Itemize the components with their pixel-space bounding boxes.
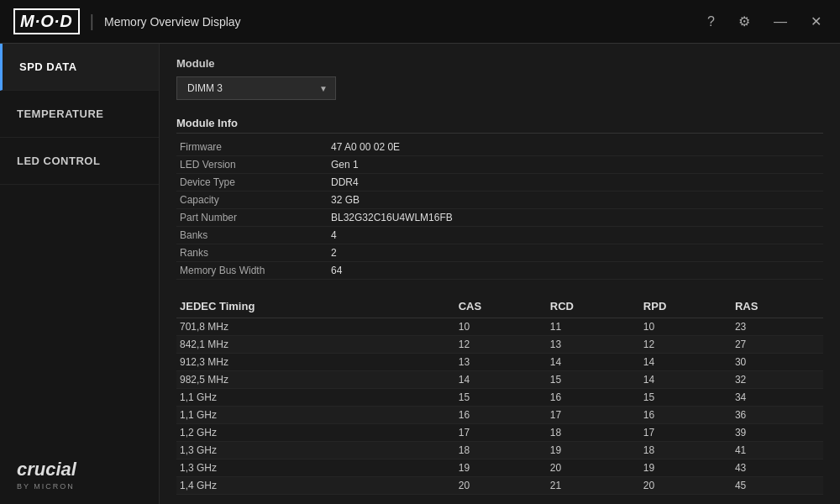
- info-label: Ranks: [176, 244, 328, 262]
- jedec-cell: 15: [640, 389, 732, 407]
- jedec-cell: 10: [640, 318, 732, 336]
- jedec-cell: 41: [732, 442, 823, 459]
- jedec-cell: 13: [455, 354, 547, 371]
- jedec-col-header: RPD: [640, 297, 732, 318]
- jedec-cell: 15: [547, 371, 640, 389]
- brand-logo: crucial by Micron: [0, 445, 159, 504]
- jedec-cell: 16: [547, 389, 640, 407]
- main-layout: SPD DATA TEMPERATURE LED CONTROL crucial…: [0, 44, 840, 504]
- jedec-col-header: CAS: [455, 297, 547, 318]
- sidebar: SPD DATA TEMPERATURE LED CONTROL crucial…: [0, 44, 160, 504]
- info-label: LED Version: [176, 156, 328, 174]
- jedec-cell: 12: [640, 336, 732, 354]
- titlebar: M·O·D | Memory Overview Display ? ⚙ — ✕: [0, 0, 840, 44]
- jedec-cell: 19: [640, 459, 732, 477]
- jedec-cell: 13: [547, 336, 640, 354]
- module-info-row: Capacity32 GB: [176, 192, 823, 209]
- jedec-col-header: RAS: [732, 297, 823, 318]
- jedec-cell: 18: [547, 424, 640, 442]
- module-info-row: LED VersionGen 1: [176, 156, 823, 174]
- jedec-cell: 45: [732, 477, 823, 495]
- jedec-cell: 16: [640, 407, 732, 424]
- module-info-table: Firmware47 A0 00 02 0ELED VersionGen 1De…: [176, 139, 823, 280]
- minimize-button[interactable]: —: [769, 12, 792, 32]
- jedec-cell: 14: [547, 354, 640, 371]
- jedec-cell: 1,1 GHz: [176, 407, 455, 424]
- info-label: Capacity: [176, 192, 328, 209]
- jedec-cell: 18: [640, 442, 732, 459]
- info-value: Gen 1: [328, 156, 823, 174]
- jedec-col-header: RCD: [547, 297, 640, 318]
- jedec-timing-row: 1,3 GHz18191841: [176, 442, 823, 459]
- module-dropdown[interactable]: DIMM 1 DIMM 2 DIMM 3 DIMM 4: [176, 76, 336, 100]
- jedec-timing-row: 842,1 MHz12131227: [176, 336, 823, 354]
- jedec-cell: 1,4 GHz: [176, 477, 455, 495]
- jedec-cell: 30: [732, 354, 823, 371]
- jedec-cell: 23: [732, 318, 823, 336]
- info-value: 32 GB: [328, 192, 823, 209]
- brand-name: crucial: [17, 459, 142, 480]
- content-area: Module DIMM 1 DIMM 2 DIMM 3 DIMM 4 ▼ Mod…: [160, 44, 840, 504]
- jedec-cell: 27: [732, 336, 823, 354]
- module-info-row: Banks4: [176, 227, 823, 244]
- jedec-cell: 34: [732, 389, 823, 407]
- jedec-cell: 32: [732, 371, 823, 389]
- app-logo: M·O·D: [13, 8, 80, 34]
- info-label: Device Type: [176, 174, 328, 192]
- module-info-row: Device TypeDDR4: [176, 174, 823, 192]
- jedec-cell: 20: [640, 477, 732, 495]
- help-button[interactable]: ?: [702, 12, 720, 32]
- settings-button[interactable]: ⚙: [733, 12, 755, 32]
- jedec-cell: 10: [455, 318, 547, 336]
- app-title: Memory Overview Display: [104, 15, 702, 29]
- titlebar-controls: ? ⚙ — ✕: [702, 12, 827, 32]
- brand-sub: by Micron: [17, 482, 142, 491]
- close-button[interactable]: ✕: [806, 12, 827, 32]
- sidebar-nav: SPD DATA TEMPERATURE LED CONTROL: [0, 44, 159, 185]
- jedec-timing-section: JEDEC TimingCASRCDRPDRAS 701,8 MHz101110…: [176, 297, 823, 495]
- sidebar-item-temperature[interactable]: TEMPERATURE: [0, 91, 159, 138]
- info-label: Memory Bus Width: [176, 262, 328, 280]
- sidebar-item-spd-data[interactable]: SPD DATA: [0, 44, 159, 91]
- jedec-cell: 11: [547, 318, 640, 336]
- jedec-timing-row: 982,5 MHz14151432: [176, 371, 823, 389]
- info-value: 47 A0 00 02 0E: [328, 139, 823, 156]
- jedec-cell: 982,5 MHz: [176, 371, 455, 389]
- jedec-cell: 19: [547, 442, 640, 459]
- jedec-cell: 39: [732, 424, 823, 442]
- jedec-timing-row: 1,3 GHz19201943: [176, 459, 823, 477]
- jedec-cell: 842,1 MHz: [176, 336, 455, 354]
- jedec-cell: 1,3 GHz: [176, 459, 455, 477]
- jedec-cell: 17: [455, 424, 547, 442]
- jedec-timing-table: JEDEC TimingCASRCDRPDRAS 701,8 MHz101110…: [176, 297, 823, 495]
- module-info-row: Memory Bus Width64: [176, 262, 823, 280]
- jedec-timing-row: 701,8 MHz10111023: [176, 318, 823, 336]
- sidebar-item-led-control[interactable]: LED CONTROL: [0, 138, 159, 185]
- jedec-cell: 20: [547, 459, 640, 477]
- info-value: 4: [328, 227, 823, 244]
- module-section-label: Module: [176, 57, 823, 70]
- jedec-cell: 14: [640, 371, 732, 389]
- jedec-cell: 12: [455, 336, 547, 354]
- info-value: 64: [328, 262, 823, 280]
- jedec-cell: 15: [455, 389, 547, 407]
- jedec-cell: 1,1 GHz: [176, 389, 455, 407]
- jedec-cell: 14: [455, 371, 547, 389]
- jedec-cell: 20: [455, 477, 547, 495]
- jedec-col-header: JEDEC Timing: [176, 297, 455, 318]
- jedec-timing-row: 912,3 MHz13141430: [176, 354, 823, 371]
- module-info-row: Part NumberBL32G32C16U4WLM16FB: [176, 209, 823, 227]
- info-value: BL32G32C16U4WLM16FB: [328, 209, 823, 227]
- jedec-cell: 21: [547, 477, 640, 495]
- jedec-cell: 17: [640, 424, 732, 442]
- info-label: Banks: [176, 227, 328, 244]
- jedec-cell: 36: [732, 407, 823, 424]
- jedec-cell: 1,2 GHz: [176, 424, 455, 442]
- info-label: Firmware: [176, 139, 328, 156]
- jedec-timing-row: 1,1 GHz15161534: [176, 389, 823, 407]
- jedec-cell: 14: [640, 354, 732, 371]
- module-info-row: Ranks2: [176, 244, 823, 262]
- jedec-cell: 43: [732, 459, 823, 477]
- jedec-cell: 19: [455, 459, 547, 477]
- jedec-cell: 701,8 MHz: [176, 318, 455, 336]
